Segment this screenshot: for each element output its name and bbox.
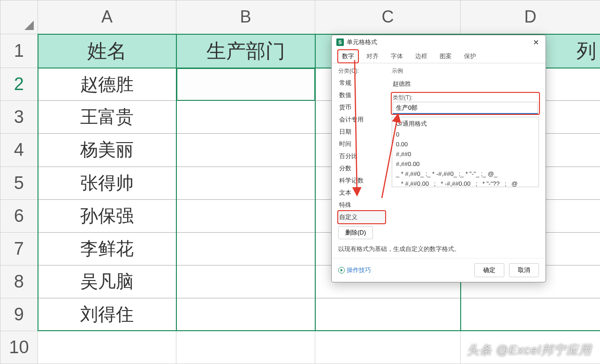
row-header-10[interactable]: 10 bbox=[0, 331, 38, 364]
column-header-row: A B C D bbox=[0, 0, 600, 34]
dialog-title: 单元格格式 bbox=[347, 38, 377, 46]
tab-number[interactable]: 数字 bbox=[338, 50, 358, 62]
category-item[interactable]: 特殊 bbox=[338, 199, 385, 211]
format-item[interactable]: #,##0.00 bbox=[392, 159, 539, 169]
category-item[interactable]: 常规 bbox=[338, 77, 385, 89]
cell-A1[interactable]: 姓名 bbox=[38, 34, 176, 68]
cell-B8[interactable] bbox=[176, 265, 315, 298]
cell-B6[interactable] bbox=[176, 199, 315, 232]
cell-B10[interactable] bbox=[176, 331, 315, 364]
format-item[interactable]: _ * #,##0.00_ ;_ * -#,##0.00_ ;_ * "-"??… bbox=[392, 179, 539, 187]
cell-format-dialog: S 单元格格式 ✕ 数字 对齐 字体 边框 图案 保护 分类(C): 常规 数值… bbox=[331, 35, 546, 282]
cell-B5[interactable] bbox=[176, 167, 315, 199]
type-input[interactable] bbox=[393, 102, 538, 114]
row-header-9[interactable]: 9 bbox=[0, 298, 38, 331]
tips-label: 操作技巧 bbox=[347, 266, 371, 274]
hint-text: 以现有格式为基础，生成自定义的数字格式。 bbox=[332, 243, 546, 258]
row-header-1[interactable]: 1 bbox=[0, 34, 38, 68]
app-icon: S bbox=[336, 38, 344, 46]
type-label: 类型(T): bbox=[393, 94, 538, 102]
cell-C10[interactable] bbox=[315, 331, 461, 364]
dialog-tabs: 数字 对齐 字体 边框 图案 保护 bbox=[332, 49, 546, 63]
cell-A2[interactable]: 赵德胜 bbox=[38, 68, 176, 101]
cell-A4[interactable]: 杨美丽 bbox=[38, 134, 176, 167]
cancel-button[interactable]: 取消 bbox=[509, 263, 539, 277]
cell-A7[interactable]: 李鲜花 bbox=[38, 232, 176, 265]
cell-A3[interactable]: 王富贵 bbox=[38, 101, 176, 134]
category-item[interactable]: 时间 bbox=[338, 138, 385, 150]
watermark: 头条 @Excel邦宁应用 bbox=[467, 342, 592, 358]
tips-link[interactable]: 操作技巧 bbox=[338, 266, 371, 274]
tab-protect[interactable]: 保护 bbox=[460, 50, 480, 62]
category-list[interactable]: 常规 数值 货币 会计专用 日期 时间 百分比 分数 科学记数 文本 特殊 自定… bbox=[338, 77, 385, 223]
ok-button[interactable]: 确定 bbox=[474, 263, 504, 277]
select-all-corner[interactable] bbox=[0, 0, 38, 34]
tab-align[interactable]: 对齐 bbox=[363, 50, 382, 62]
col-header-B[interactable]: B bbox=[176, 0, 315, 34]
table-row: 9 刘得住 bbox=[0, 298, 600, 331]
sample-label: 示例 bbox=[392, 67, 539, 75]
col-header-A[interactable]: A bbox=[38, 0, 176, 34]
row-header-3[interactable]: 3 bbox=[0, 101, 38, 134]
row-header-2[interactable]: 2 bbox=[0, 68, 38, 101]
row-header-7[interactable]: 7 bbox=[0, 232, 38, 265]
category-item-custom[interactable]: 自定义 bbox=[338, 211, 385, 223]
cell-A8[interactable]: 吴凡脑 bbox=[38, 265, 176, 298]
cell-B7[interactable] bbox=[176, 232, 315, 265]
category-item[interactable]: 日期 bbox=[338, 126, 385, 138]
category-item[interactable]: 会计专用 bbox=[338, 114, 385, 126]
tab-pattern[interactable]: 图案 bbox=[436, 50, 456, 62]
cell-A5[interactable]: 张得帅 bbox=[38, 167, 176, 199]
cell-C9[interactable] bbox=[315, 298, 461, 331]
format-item[interactable]: _ * #,##0_ ;_ * -#,##0_ ;_ * "-"_ ;_ @_ bbox=[392, 169, 539, 179]
category-item[interactable]: 货币 bbox=[338, 101, 385, 114]
cell-A9[interactable]: 刘得住 bbox=[38, 298, 176, 331]
play-icon bbox=[338, 267, 345, 273]
row-header-6[interactable]: 6 bbox=[0, 199, 38, 232]
cell-B2[interactable] bbox=[176, 68, 315, 101]
row-header-4[interactable]: 4 bbox=[0, 134, 38, 167]
col-header-C[interactable]: C bbox=[315, 0, 461, 34]
cell-B1[interactable]: 生产部门 bbox=[176, 34, 315, 68]
category-item[interactable]: 数值 bbox=[338, 89, 385, 101]
format-list[interactable]: G/通用格式 0 0.00 #,##0 #,##0.00 _ * #,##0_ … bbox=[392, 117, 539, 187]
category-item[interactable]: 分数 bbox=[338, 162, 385, 174]
col-header-D[interactable]: D bbox=[461, 0, 600, 34]
row-header-8[interactable]: 8 bbox=[0, 265, 38, 298]
format-item[interactable]: 0.00 bbox=[392, 139, 539, 149]
category-item[interactable]: 科学记数 bbox=[338, 174, 385, 187]
cell-D9[interactable] bbox=[461, 298, 600, 331]
format-item[interactable]: 0 bbox=[392, 129, 539, 139]
cell-B3[interactable] bbox=[176, 101, 315, 134]
format-item[interactable]: #,##0 bbox=[392, 149, 539, 159]
tab-font[interactable]: 字体 bbox=[387, 50, 407, 62]
cell-A6[interactable]: 孙保强 bbox=[38, 199, 176, 232]
close-icon[interactable]: ✕ bbox=[531, 38, 541, 47]
format-item[interactable]: G/通用格式 bbox=[392, 118, 539, 129]
dialog-titlebar[interactable]: S 单元格格式 ✕ bbox=[332, 35, 546, 49]
sample-value: 赵德胜 bbox=[392, 78, 539, 90]
cell-A10[interactable] bbox=[38, 331, 176, 364]
row-header-5[interactable]: 5 bbox=[0, 167, 38, 199]
category-label: 分类(C): bbox=[338, 67, 385, 75]
category-item[interactable]: 文本 bbox=[338, 187, 385, 199]
category-item[interactable]: 百分比 bbox=[338, 150, 385, 162]
tab-border[interactable]: 边框 bbox=[411, 50, 431, 62]
delete-button[interactable]: 删除(D) bbox=[338, 226, 373, 239]
cell-B9[interactable] bbox=[176, 298, 315, 331]
cell-B4[interactable] bbox=[176, 134, 315, 167]
